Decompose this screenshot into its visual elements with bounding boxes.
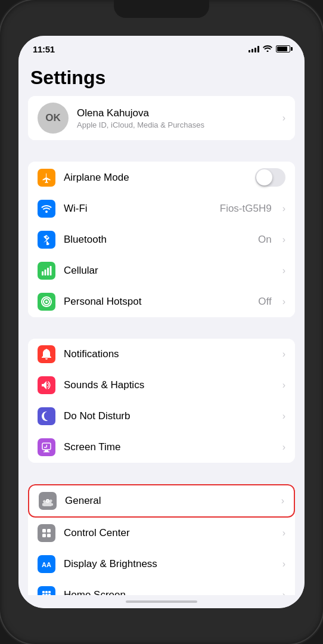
screen-time-label: Screen Time bbox=[64, 441, 274, 453]
hotspot-icon bbox=[38, 293, 55, 311]
notifications-row[interactable]: Notifications › bbox=[28, 339, 295, 370]
svg-rect-9 bbox=[44, 447, 46, 448]
hotspot-row[interactable]: Personal Hotspot Off › bbox=[28, 286, 295, 317]
svg-rect-6 bbox=[45, 450, 48, 451]
battery-fill bbox=[277, 47, 287, 51]
dnd-label: Do Not Disturb bbox=[64, 410, 274, 422]
sounds-label: Sounds & Haptics bbox=[64, 379, 274, 391]
svg-rect-10 bbox=[42, 529, 46, 532]
wifi-label: Wi-Fi bbox=[64, 203, 212, 215]
svg-rect-16 bbox=[45, 591, 48, 593]
sounds-row[interactable]: Sounds & Haptics › bbox=[28, 370, 295, 401]
control-center-icon bbox=[38, 524, 55, 542]
bluetooth-icon bbox=[38, 231, 55, 249]
sounds-icon bbox=[38, 376, 55, 394]
profile-section: OK Olena Kahujova Apple ID, iCloud, Medi… bbox=[28, 96, 295, 140]
svg-text:AA: AA bbox=[42, 561, 51, 568]
cellular-icon bbox=[38, 262, 55, 280]
svg-rect-18 bbox=[42, 594, 45, 595]
home-indicator bbox=[18, 595, 305, 608]
dnd-icon bbox=[38, 407, 55, 425]
display-icon: AA bbox=[38, 555, 55, 573]
screen: 11:51 bbox=[18, 36, 305, 608]
hotspot-chevron-icon: › bbox=[282, 296, 285, 307]
control-center-row[interactable]: Control Center › bbox=[28, 518, 295, 549]
wifi-settings-icon bbox=[38, 200, 55, 218]
bluetooth-row[interactable]: Bluetooth On › bbox=[28, 224, 295, 255]
dnd-chevron-icon: › bbox=[282, 411, 285, 422]
general-row[interactable]: General › bbox=[28, 484, 295, 518]
notifications-section: Notifications › Sounds & Haptics › bbox=[28, 339, 295, 463]
battery-icon bbox=[276, 45, 290, 52]
svg-rect-11 bbox=[47, 529, 51, 532]
cellular-row[interactable]: Cellular › bbox=[28, 255, 295, 286]
svg-rect-7 bbox=[44, 451, 49, 453]
svg-rect-17 bbox=[48, 591, 51, 593]
svg-rect-0 bbox=[42, 271, 44, 275]
cellular-label: Cellular bbox=[64, 265, 274, 277]
general-section: General › Control Center › bbox=[28, 484, 295, 595]
notifications-label: Notifications bbox=[64, 348, 274, 360]
status-icons bbox=[249, 45, 290, 54]
content-area[interactable]: Settings OK Olena Kahujova Apple ID, iCl… bbox=[18, 62, 305, 595]
profile-info: Olena Kahujova Apple ID, iCloud, Media &… bbox=[77, 107, 274, 129]
avatar: OK bbox=[38, 103, 69, 134]
connectivity-section: Airplane Mode Wi-Fi Fios bbox=[28, 162, 295, 317]
control-center-label: Control Center bbox=[64, 527, 274, 539]
screen-time-icon bbox=[38, 438, 55, 456]
airplane-mode-row[interactable]: Airplane Mode bbox=[28, 162, 295, 193]
airplane-mode-toggle[interactable] bbox=[255, 168, 285, 187]
wifi-chevron-icon: › bbox=[282, 203, 285, 214]
svg-rect-12 bbox=[42, 534, 46, 537]
screen-time-chevron-icon: › bbox=[282, 442, 285, 453]
signal-bars-icon bbox=[249, 45, 259, 52]
status-time: 11:51 bbox=[33, 44, 55, 54]
home-screen-icon bbox=[38, 586, 55, 595]
notifications-icon bbox=[38, 345, 55, 363]
profile-subtitle: Apple ID, iCloud, Media & Purchases bbox=[77, 120, 274, 129]
profile-chevron-icon: › bbox=[282, 113, 285, 123]
cellular-chevron-icon: › bbox=[282, 265, 285, 276]
svg-rect-19 bbox=[45, 594, 48, 595]
page-title: Settings bbox=[18, 62, 305, 96]
display-chevron-icon: › bbox=[282, 559, 285, 569]
home-screen-label: Home Screen bbox=[64, 589, 274, 595]
svg-rect-13 bbox=[47, 534, 51, 537]
wifi-row[interactable]: Wi-Fi Fios-tG5H9 › bbox=[28, 193, 295, 224]
status-bar: 11:51 bbox=[18, 36, 305, 62]
bluetooth-value: On bbox=[258, 234, 272, 246]
general-chevron-icon: › bbox=[281, 496, 284, 506]
toggle-knob bbox=[256, 169, 272, 185]
control-center-chevron-icon: › bbox=[282, 528, 285, 538]
bluetooth-chevron-icon: › bbox=[282, 234, 285, 245]
hotspot-label: Personal Hotspot bbox=[64, 296, 250, 308]
airplane-mode-icon bbox=[38, 169, 55, 187]
home-bar bbox=[126, 600, 197, 603]
svg-rect-1 bbox=[45, 270, 46, 275]
svg-rect-2 bbox=[47, 268, 49, 275]
general-label: General bbox=[65, 495, 273, 507]
airplane-mode-label: Airplane Mode bbox=[64, 172, 247, 184]
display-label: Display & Brightness bbox=[64, 558, 274, 570]
general-icon bbox=[39, 492, 57, 510]
wifi-icon bbox=[263, 45, 272, 54]
svg-rect-8 bbox=[46, 445, 48, 447]
notch bbox=[123, 0, 200, 16]
wifi-value: Fios-tG5H9 bbox=[220, 203, 272, 215]
screen-time-row[interactable]: Screen Time › bbox=[28, 432, 295, 463]
home-screen-chevron-icon: › bbox=[282, 590, 285, 595]
dnd-row[interactable]: Do Not Disturb › bbox=[28, 401, 295, 432]
home-screen-row[interactable]: Home Screen › bbox=[28, 580, 295, 595]
hotspot-value: Off bbox=[258, 296, 271, 308]
phone-frame: 11:51 bbox=[0, 0, 323, 644]
svg-rect-3 bbox=[50, 266, 52, 275]
sounds-chevron-icon: › bbox=[282, 380, 285, 391]
svg-rect-15 bbox=[42, 591, 45, 593]
svg-point-4 bbox=[45, 301, 48, 303]
notifications-chevron-icon: › bbox=[282, 349, 285, 360]
profile-row[interactable]: OK Olena Kahujova Apple ID, iCloud, Medi… bbox=[28, 96, 295, 140]
profile-name: Olena Kahujova bbox=[77, 107, 274, 119]
display-row[interactable]: AA Display & Brightness › bbox=[28, 549, 295, 580]
bluetooth-label: Bluetooth bbox=[64, 234, 250, 246]
svg-rect-20 bbox=[48, 594, 51, 595]
